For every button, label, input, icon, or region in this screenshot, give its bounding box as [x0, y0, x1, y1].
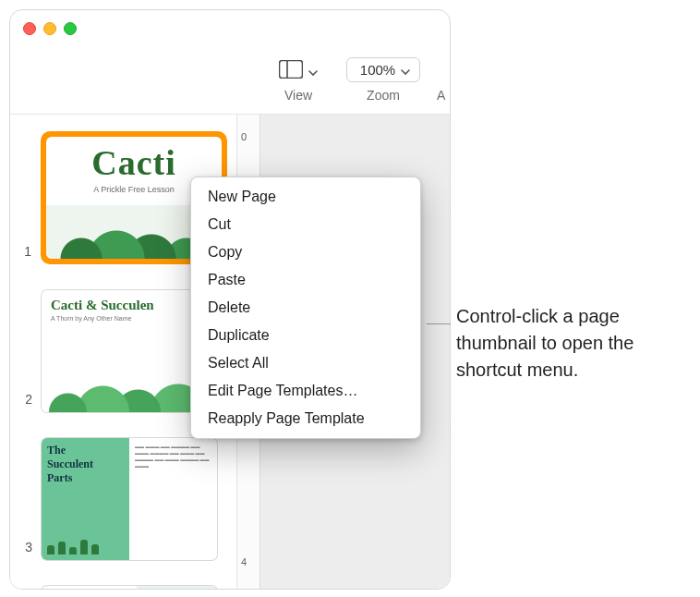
annotated-screenshot: View 100% Zoom A [0, 0, 700, 597]
svg-rect-0 [280, 61, 303, 79]
truncated-tool-label: A [437, 88, 451, 103]
chevron-down-icon [308, 60, 318, 81]
menu-item-select-all[interactable]: Select All [191, 349, 420, 377]
truncated-tool: A [437, 88, 451, 103]
menu-item-copy[interactable]: Copy [191, 238, 420, 266]
menu-item-edit-page-templates[interactable]: Edit Page Templates… [191, 377, 420, 405]
thumb1-subtitle: A Prickle Free Lesson [93, 185, 175, 194]
menu-item-reapply-template[interactable]: Reapply Page Template [191, 405, 420, 433]
thumbnail-preview: The Succulent Parts ▬▬ ▬▬▬ ▬▬ ▬▬▬▬ ▬▬ ▬▬… [42, 438, 217, 560]
page-thumbnail-3[interactable]: 3 The Succulent Parts [10, 433, 236, 580]
menu-item-new-page[interactable]: New Page [191, 183, 420, 211]
window-zoom-button[interactable] [64, 22, 77, 35]
page-number: 3 [19, 540, 32, 560]
thumb4-image [137, 586, 217, 590]
zoom-tool-label: Zoom [337, 88, 429, 103]
callout-text: Control-click a page thumbnail to open t… [456, 303, 687, 384]
page-number: 1 [19, 244, 31, 264]
sidebar-view-icon [279, 60, 303, 79]
zoom-tool[interactable]: 100% Zoom [337, 55, 429, 103]
ruler-tick: 4 [241, 556, 247, 567]
view-tool-label: View [271, 88, 326, 103]
zoom-value-button[interactable]: 100% [346, 57, 420, 82]
callout-leader-line [427, 323, 451, 324]
toolbar: View 100% Zoom A [10, 47, 450, 115]
thumb3-body-text: ▬▬ ▬▬▬ ▬▬ ▬▬▬▬ ▬▬ ▬▬▬ ▬▬▬▬ ▬▬ ▬▬▬ ▬▬ ▬▬▬… [129, 438, 217, 560]
thumb4-title: The Past + Future of Succulents [42, 586, 137, 590]
window-titlebar [10, 10, 450, 47]
ruler-tick: 0 [241, 131, 247, 142]
thumbnail-context-menu: New Page Cut Copy Paste Delete Duplicate… [190, 177, 421, 439]
menu-item-duplicate[interactable]: Duplicate [191, 322, 420, 349]
thumb3-image [47, 536, 124, 554]
chevron-down-icon [401, 63, 410, 79]
view-tool[interactable]: View [271, 55, 326, 103]
window-minimize-button[interactable] [43, 22, 56, 35]
window-close-button[interactable] [23, 22, 36, 35]
menu-item-cut[interactable]: Cut [191, 211, 420, 238]
thumbnail-preview: The Past + Future of Succulents [42, 586, 217, 590]
page-thumbnail-4[interactable]: 4 The Past + Future of Succulents [10, 580, 236, 590]
page-number: 2 [19, 392, 32, 412]
menu-item-delete[interactable]: Delete [191, 294, 420, 322]
zoom-value: 100% [360, 62, 395, 78]
thumb1-title: Cacti [91, 142, 176, 183]
menu-item-paste[interactable]: Paste [191, 266, 420, 294]
thumb3-title: The Succulent Parts [47, 444, 124, 485]
